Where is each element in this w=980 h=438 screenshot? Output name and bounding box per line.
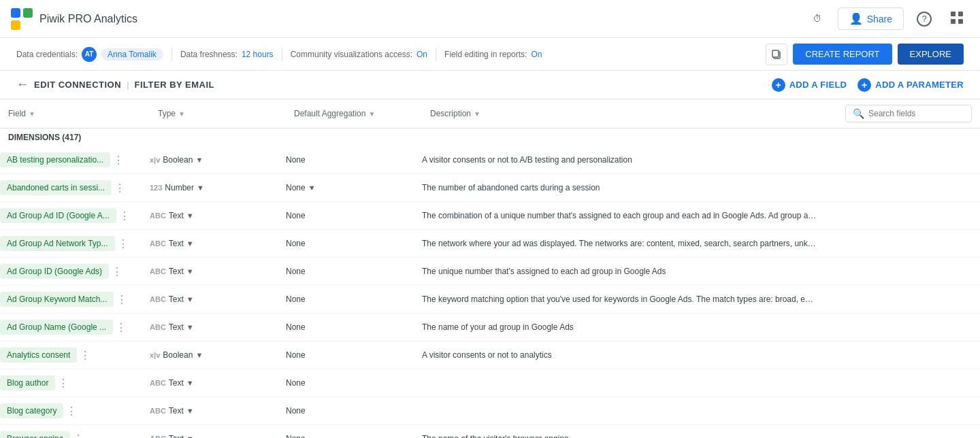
row-menu-button[interactable]: ⋮ [112, 182, 128, 195]
user-name-pill[interactable]: Anna Tomalik [101, 48, 163, 61]
field-sort-icon[interactable]: ▼ [29, 110, 35, 118]
community-viz-value[interactable]: On [416, 50, 427, 59]
table-row: Ad Group Name (Google ... ⋮ ABC Text ▼ N… [0, 314, 980, 341]
type-label: Boolean [163, 155, 193, 165]
field-name[interactable]: Abandoned carts in sessi... [0, 180, 112, 195]
agg-dropdown-icon[interactable]: ▼ [308, 184, 316, 192]
field-name[interactable]: AB testing personalizatio... [0, 152, 110, 167]
row-menu-button[interactable]: ⋮ [114, 293, 130, 306]
field-name[interactable]: Blog category [0, 403, 63, 418]
row-menu-button[interactable]: ⋮ [55, 377, 71, 390]
agg-wrapper: None [286, 239, 422, 248]
breadcrumb-right: + ADD A FIELD + ADD A PARAMETER [772, 78, 964, 92]
type-col-label: Type [158, 109, 176, 118]
app-title: Piwik PRO Analytics [39, 13, 137, 25]
svg-rect-0 [11, 8, 20, 18]
type-dropdown-icon[interactable]: ▼ [186, 323, 194, 331]
field-editing-value[interactable]: On [531, 50, 542, 59]
copy-button[interactable] [766, 44, 787, 65]
field-name[interactable]: Blog author [0, 375, 55, 390]
help-icon: ? [917, 12, 932, 27]
type-dropdown-icon[interactable]: ▼ [195, 351, 203, 359]
table-row: Ad Group Ad Network Typ... ⋮ ABC Text ▼ … [0, 230, 980, 258]
empty-cell [837, 202, 980, 230]
share-button[interactable]: 👤 Share [838, 7, 904, 30]
agg-cell: None [286, 314, 422, 341]
type-label: Text [169, 434, 184, 438]
field-name[interactable]: Ad Group Name (Google ... [0, 320, 113, 335]
apps-button[interactable] [945, 7, 969, 31]
create-report-button[interactable]: CREATE REPORT [793, 44, 892, 65]
field-col-label: Field [8, 109, 26, 118]
field-cell: Ad Group ID (Google Ads) ⋮ [0, 258, 150, 285]
desc-cell: The combination of a unique number that'… [422, 202, 837, 230]
search-input[interactable] [868, 109, 950, 118]
add-field-button[interactable]: + ADD A FIELD [772, 78, 847, 92]
desc-cell: A visitor consents or not to A/B testing… [422, 146, 837, 174]
field-editing-item: Field editing in reports: On [444, 50, 542, 59]
row-menu-button[interactable]: ⋮ [63, 405, 80, 418]
type-dropdown-icon[interactable]: ▼ [186, 435, 194, 438]
desc-cell: The name of your ad group in Google Ads [422, 314, 837, 341]
desc-sort-icon[interactable]: ▼ [474, 110, 480, 118]
piwik-logo-icon [11, 8, 33, 30]
row-menu-button[interactable]: ⋮ [70, 433, 86, 439]
history-button[interactable]: ⏱ [805, 7, 830, 31]
type-label: Text [169, 322, 184, 332]
svg-rect-4 [958, 12, 963, 16]
desc-cell: The name of the visitor's browser engine [422, 425, 837, 439]
type-dropdown-icon[interactable]: ▼ [186, 267, 194, 275]
community-viz-label: Community visualizations access: [291, 50, 412, 59]
field-name[interactable]: Ad Group Ad ID (Google A... [0, 208, 116, 223]
row-menu-button[interactable]: ⋮ [113, 321, 129, 334]
type-icon: ABC [150, 407, 166, 415]
data-freshness-label: Data freshness: [180, 50, 238, 59]
type-icon: ABC [150, 379, 166, 387]
agg-value: None [286, 211, 306, 220]
type-sort-icon[interactable]: ▼ [178, 110, 185, 118]
field-name[interactable]: Browser engine [0, 431, 70, 438]
row-menu-button[interactable]: ⋮ [115, 237, 131, 250]
type-dropdown-icon[interactable]: ▼ [186, 212, 194, 220]
empty-cell [837, 425, 980, 439]
type-icon: ABC [150, 295, 166, 303]
type-dropdown-icon[interactable]: ▼ [186, 239, 194, 248]
agg-value: None [286, 350, 306, 360]
type-dropdown-icon[interactable]: ▼ [186, 295, 194, 303]
field-name[interactable]: Analytics consent [0, 348, 77, 363]
explore-button[interactable]: EXPLORE [898, 44, 964, 65]
field-editing-label: Field editing in reports: [444, 50, 527, 59]
agg-sort-icon[interactable]: ▼ [368, 110, 375, 118]
row-menu-button[interactable]: ⋮ [109, 265, 125, 278]
back-arrow-icon: ← [16, 78, 29, 92]
table-row: AB testing personalizatio... ⋮ x|v Boole… [0, 146, 980, 174]
help-button[interactable]: ? [912, 7, 936, 31]
agg-wrapper: None [286, 322, 422, 332]
desc-cell: The network where your ad was displayed.… [422, 230, 837, 258]
table-row: Blog author ⋮ ABC Text ▼ None [0, 369, 980, 397]
type-dropdown-icon[interactable]: ▼ [195, 156, 203, 164]
table-row: Analytics consent ⋮ x|v Boolean ▼ None A… [0, 341, 980, 369]
edit-connection-link[interactable]: EDIT CONNECTION [34, 80, 121, 90]
type-dropdown-icon[interactable]: ▼ [186, 407, 194, 415]
row-menu-button[interactable]: ⋮ [77, 349, 93, 362]
type-dropdown-icon[interactable]: ▼ [197, 184, 204, 192]
back-button[interactable]: ← [16, 78, 29, 92]
breadcrumb-separator: | [127, 80, 129, 90]
breadcrumb-left: ← EDIT CONNECTION | FILTER BY EMAIL [16, 78, 214, 92]
field-name[interactable]: Ad Group Keyword Match... [0, 292, 114, 307]
filter-by-email-link[interactable]: FILTER BY EMAIL [135, 80, 215, 90]
add-param-plus-icon: + [858, 78, 871, 92]
row-menu-button[interactable]: ⋮ [110, 154, 127, 167]
row-menu-button[interactable]: ⋮ [116, 209, 133, 222]
agg-cell: None [286, 397, 422, 425]
field-name[interactable]: Ad Group Ad Network Typ... [0, 236, 115, 251]
fields-table-container: Field ▼ Type ▼ Default Aggregation ▼ [0, 99, 980, 438]
empty-cell [837, 397, 980, 425]
type-dropdown-icon[interactable]: ▼ [186, 379, 194, 387]
svg-rect-2 [11, 20, 20, 30]
data-freshness-value[interactable]: 12 hours [242, 50, 274, 59]
empty-cell [837, 174, 980, 202]
add-parameter-button[interactable]: + ADD A PARAMETER [858, 78, 964, 92]
field-name[interactable]: Ad Group ID (Google Ads) [0, 264, 109, 279]
